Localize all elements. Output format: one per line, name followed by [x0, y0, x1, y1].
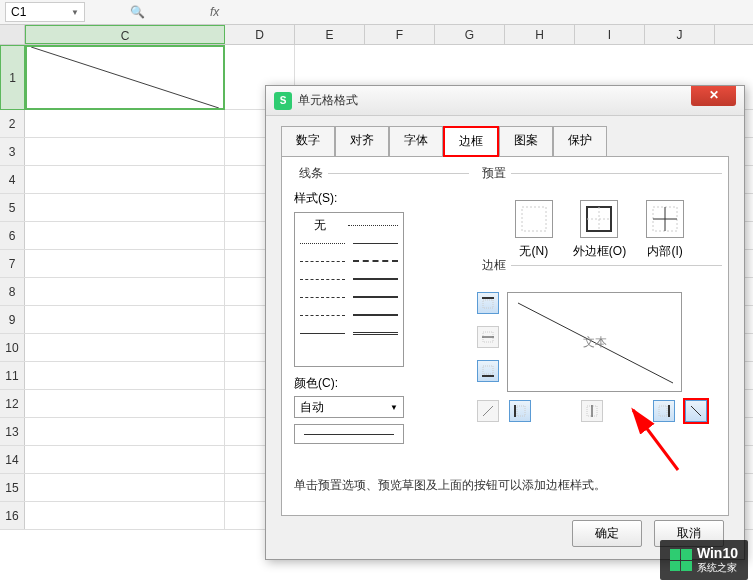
cell[interactable] — [25, 138, 225, 165]
preset-outline-button[interactable]: 外边框(O) — [573, 200, 626, 260]
border-diag-down-button[interactable] — [685, 400, 707, 422]
dropdown-arrow-icon: ▼ — [390, 403, 398, 412]
svg-rect-1 — [522, 207, 546, 231]
border-bottom-button[interactable] — [477, 360, 499, 382]
col-header-d[interactable]: D — [225, 25, 295, 44]
style-option[interactable] — [353, 314, 398, 316]
preset-inside-button[interactable]: 内部(I) — [646, 200, 684, 260]
tab-font[interactable]: 字体 — [389, 126, 443, 157]
style-option[interactable] — [353, 278, 398, 280]
diagonal-line-icon — [27, 47, 223, 108]
cell[interactable] — [25, 390, 225, 417]
row-header[interactable]: 15 — [0, 474, 25, 501]
row-header[interactable]: 1 — [0, 45, 25, 110]
row-header[interactable]: 2 — [0, 110, 25, 137]
tab-align[interactable]: 对齐 — [335, 126, 389, 157]
selected-cell-c1[interactable] — [25, 45, 225, 110]
preset-inside-icon — [646, 200, 684, 238]
border-vmiddle-button[interactable] — [581, 400, 603, 422]
dropdown-arrow-icon: ▼ — [71, 8, 79, 17]
col-header-j[interactable]: J — [645, 25, 715, 44]
border-legend: 边框 — [477, 257, 511, 274]
name-box-value: C1 — [11, 5, 26, 19]
border-left-button[interactable] — [509, 400, 531, 422]
style-option[interactable] — [353, 260, 398, 262]
border-preview[interactable]: 文本 — [507, 292, 682, 392]
cell[interactable] — [25, 250, 225, 277]
preset-legend: 预置 — [477, 165, 511, 182]
dialog-title: 单元格格式 — [298, 92, 358, 109]
col-header-f[interactable]: F — [365, 25, 435, 44]
row-header[interactable]: 8 — [0, 278, 25, 305]
style-option[interactable] — [353, 332, 398, 335]
close-button[interactable]: ✕ — [691, 86, 736, 106]
color-value: 自动 — [300, 399, 324, 416]
line-style-list[interactable]: 无 — [294, 212, 404, 367]
style-option[interactable] — [348, 225, 398, 226]
row-header[interactable]: 7 — [0, 250, 25, 277]
cell[interactable] — [25, 278, 225, 305]
row-header[interactable]: 4 — [0, 166, 25, 193]
row-header[interactable]: 13 — [0, 418, 25, 445]
col-header-g[interactable]: G — [435, 25, 505, 44]
row-header[interactable]: 10 — [0, 334, 25, 361]
row-header[interactable]: 5 — [0, 194, 25, 221]
color-label: 颜色(C): — [294, 375, 469, 392]
style-option[interactable] — [300, 315, 345, 316]
row-header[interactable]: 6 — [0, 222, 25, 249]
name-box[interactable]: C1 ▼ — [5, 2, 85, 22]
dialog-tabs: 数字 对齐 字体 边框 图案 保护 — [266, 116, 744, 157]
row-header[interactable]: 14 — [0, 446, 25, 473]
style-option[interactable] — [300, 297, 345, 298]
search-icon[interactable]: 🔍 — [130, 5, 145, 19]
preset-section: 预置 无(N) 外边框(O) — [477, 165, 722, 270]
select-all-corner[interactable] — [0, 25, 25, 44]
border-right-button[interactable] — [653, 400, 675, 422]
color-dropdown[interactable]: 自动 ▼ — [294, 396, 404, 418]
border-top-button[interactable] — [477, 292, 499, 314]
border-hmiddle-button[interactable] — [477, 326, 499, 348]
style-option[interactable] — [353, 296, 398, 298]
tab-pattern[interactable]: 图案 — [499, 126, 553, 157]
border-preview-text: 文本 — [583, 334, 607, 351]
cell[interactable] — [25, 474, 225, 501]
cell[interactable] — [25, 110, 225, 137]
row-header[interactable]: 11 — [0, 362, 25, 389]
svg-line-22 — [691, 406, 701, 416]
cell[interactable] — [25, 362, 225, 389]
style-option-selected[interactable] — [300, 333, 345, 334]
style-none[interactable]: 无 — [300, 217, 340, 234]
col-header-c[interactable]: C — [25, 25, 225, 44]
tab-number[interactable]: 数字 — [281, 126, 335, 157]
preset-none-button[interactable]: 无(N) — [515, 200, 553, 260]
cell[interactable] — [25, 446, 225, 473]
cell[interactable] — [25, 166, 225, 193]
cell[interactable] — [25, 222, 225, 249]
dialog-titlebar[interactable]: S 单元格格式 ✕ — [266, 86, 744, 116]
style-option[interactable] — [353, 243, 398, 244]
border-diag-up-button[interactable] — [477, 400, 499, 422]
cell[interactable] — [25, 418, 225, 445]
row-header[interactable]: 16 — [0, 502, 25, 529]
fx-icon[interactable]: fx — [210, 5, 219, 19]
cell[interactable] — [25, 502, 225, 529]
tab-protect[interactable]: 保护 — [553, 126, 607, 157]
ok-button[interactable]: 确定 — [572, 520, 642, 547]
col-header-h[interactable]: H — [505, 25, 575, 44]
cell[interactable] — [25, 334, 225, 361]
col-header-e[interactable]: E — [295, 25, 365, 44]
cell-format-dialog: S 单元格格式 ✕ 数字 对齐 字体 边框 图案 保护 线条 样式(S): 无 — [265, 85, 745, 560]
row-header[interactable]: 3 — [0, 138, 25, 165]
col-header-i[interactable]: I — [575, 25, 645, 44]
tab-border[interactable]: 边框 — [443, 126, 499, 157]
svg-line-0 — [31, 47, 219, 108]
style-option[interactable] — [300, 279, 345, 280]
windows-logo-icon — [670, 549, 692, 571]
style-option[interactable] — [300, 243, 345, 244]
row-header[interactable]: 12 — [0, 390, 25, 417]
preset-outline-icon — [580, 200, 618, 238]
cell[interactable] — [25, 194, 225, 221]
style-option[interactable] — [300, 261, 345, 262]
row-header[interactable]: 9 — [0, 306, 25, 333]
cell[interactable] — [25, 306, 225, 333]
